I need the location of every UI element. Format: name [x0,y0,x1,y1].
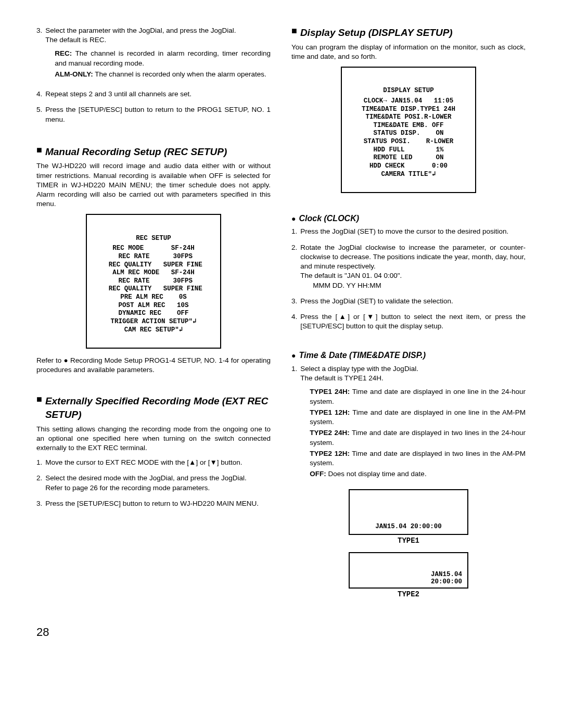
right-column: ■ Display Setup (DISPLAY SETUP) You can … [291,26,526,606]
rec-setup-screen: REC SETUPREC MODE SF-24H REC RATE 30FPS … [86,214,221,348]
heading-rec-setup: ■ Manual Recording Setup (REC SETUP) [36,145,271,159]
def-type2-24h: TYPE2 24H: Time and date are displayed i… [310,428,526,447]
rec-ref: Refer to ● Recording Mode Setup PROG1-4 … [36,356,271,375]
left-column: 3. Select the parameter with the JogDial… [36,26,271,606]
heading-display-setup: ■ Display Setup (DISPLAY SETUP) [291,26,526,40]
bullet-icon: ● [291,215,296,222]
square-icon: ■ [291,26,297,35]
ext-step-2: 2. Select the desired mode with the JogD… [36,474,271,492]
def-rec: REC: The channel is recorded in alarm re… [55,49,271,68]
square-icon: ■ [36,145,42,155]
ext-rec-para: This setting allows changing the recordi… [36,425,271,453]
rec-setup-para: The WJ-HD220 will record image and audio… [36,161,271,209]
ext-step-3: 3. Press the [SETUP/ESC] button to retur… [36,499,271,508]
type1-label: TYPE1 [291,536,526,546]
td-step-1: 1. Select a display type with the JogDia… [291,364,526,483]
heading-clock: ● Clock (CLOCK) [291,213,526,224]
square-icon: ■ [36,394,42,404]
step-sub: The default is REC. [45,35,271,45]
clock-step-4: 4. Press the [▲] or [▼] button to select… [291,312,526,331]
step-number: 3. [36,26,42,83]
clock-step-2: 2. Rotate the JogDial clockwise to incre… [291,243,526,290]
heading-time-date: ● Time & Date (TIME&DATE DISP.) [291,350,526,361]
step-number: 5. [36,105,42,124]
def-type1-12h: TYPE1 12H: Time and date are displayed i… [310,408,526,427]
step-4: 4. Repeat steps 2 and 3 until all channe… [36,90,271,99]
def-off: OFF: Does not display time and date. [310,469,526,479]
type2-preview: JAN15.04 20:00:00 [349,552,468,589]
step-text: Press the [SETUP/ESC] button to return t… [45,105,271,124]
step-text: Repeat steps 2 and 3 until all channels … [45,90,271,99]
type2-label: TYPE2 [291,590,526,599]
display-setup-screen: DISPLAY SETUPCLOCK→ JAN15.04 11:05 TIME&… [341,67,476,193]
ext-step-1: 1. Move the cursor to EXT REC MODE with … [36,458,271,467]
page-number: 28 [36,624,526,640]
step-text: Select the parameter with the JogDial, a… [45,26,271,35]
step-number: 4. [36,90,42,99]
disp-para: You can program the display of informati… [291,43,526,61]
step-3: 3. Select the parameter with the JogDial… [36,26,271,83]
def-type1-24h: TYPE1 24H: Time and date are displayed i… [310,387,526,406]
def-alm-only: ALM-ONLY: The channel is recorded only w… [55,70,271,79]
type1-preview: JAN15.04 20:00:00 [349,489,468,535]
clock-step-3: 3. Press the JogDial (SET) to validate t… [291,297,526,306]
clock-step-1: 1. Press the JogDial (SET) to move the c… [291,227,526,236]
bullet-icon: ● [291,352,296,359]
step-5: 5. Press the [SETUP/ESC] button to retur… [36,105,271,124]
def-type2-12h: TYPE2 12H: Time and date are displayed i… [310,449,526,468]
heading-ext-rec: ■ Externally Specified Recording Mode (E… [36,394,271,421]
